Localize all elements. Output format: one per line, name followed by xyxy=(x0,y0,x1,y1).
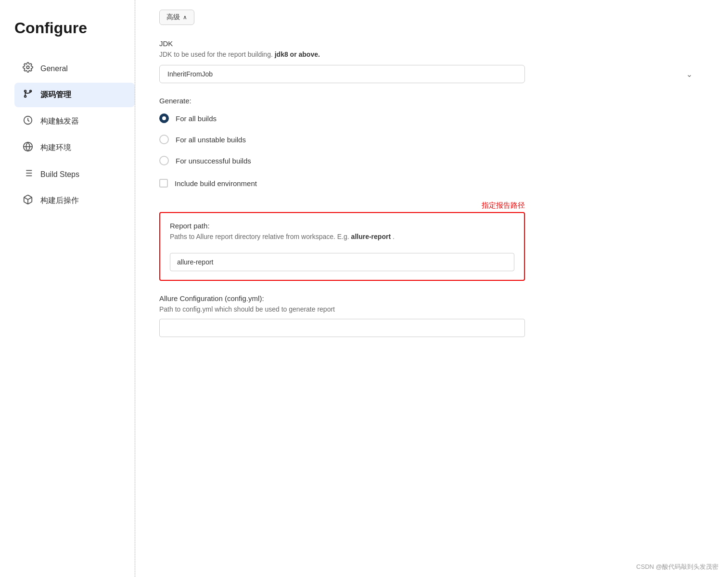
radio-unsuccessful-builds[interactable]: For unsuccessful builds xyxy=(159,156,699,165)
box-icon xyxy=(22,194,34,207)
allure-config-input[interactable] xyxy=(159,319,525,337)
annotation-label: 指定报告路径 xyxy=(159,201,525,210)
allure-config-description: Path to config.yml which should be used … xyxy=(159,305,525,313)
sidebar: Configure General 源码管理 xyxy=(0,0,135,577)
generate-label: Generate: xyxy=(159,97,699,105)
include-build-env-item[interactable]: Include build environment xyxy=(159,179,699,188)
sidebar-item-general[interactable]: General xyxy=(14,56,135,81)
branch-icon xyxy=(22,88,34,101)
advanced-button[interactable]: 高级 ∧ xyxy=(159,10,194,25)
report-path-section: Report path: Paths to Allure report dire… xyxy=(159,212,525,281)
report-path-input[interactable] xyxy=(170,253,514,271)
sidebar-label-general: General xyxy=(40,64,68,73)
jdk-select[interactable]: InheritFromJob JDK8 JDK11 JDK17 xyxy=(159,65,525,83)
radio-all-builds[interactable]: For all builds xyxy=(159,113,699,123)
report-path-description: Paths to Allure report directory relativ… xyxy=(170,233,514,240)
sidebar-label-source: 源码管理 xyxy=(40,90,71,100)
radio-label-all-builds: For all builds xyxy=(176,114,217,123)
list-icon xyxy=(22,168,34,181)
sidebar-label-env: 构建环境 xyxy=(40,143,71,153)
svg-point-2 xyxy=(25,96,26,98)
radio-circle-all-builds xyxy=(159,113,169,123)
watermark: CSDN @酸代码敲到头发茂密 xyxy=(636,563,718,571)
globe-icon xyxy=(22,141,34,154)
main-content: 高级 ∧ JDK JDK to be used for the report b… xyxy=(135,0,728,577)
generate-section: Generate: For all builds For all unstabl… xyxy=(159,97,699,165)
sidebar-label-triggers: 构建触发器 xyxy=(40,116,79,126)
sidebar-label-post-build: 构建后操作 xyxy=(40,196,79,206)
sidebar-item-build-env[interactable]: 构建环境 xyxy=(14,136,135,160)
radio-label-unsuccessful: For unsuccessful builds xyxy=(176,157,251,165)
svg-point-0 xyxy=(26,66,29,69)
chevron-up-icon: ∧ xyxy=(183,14,187,21)
include-build-env-checkbox[interactable] xyxy=(159,179,168,188)
sidebar-item-post-build[interactable]: 构建后操作 xyxy=(14,188,135,213)
jdk-description: JDK to be used for the report building. … xyxy=(159,50,699,58)
gear-icon xyxy=(22,62,34,75)
include-build-env-label: Include build environment xyxy=(175,179,257,188)
svg-point-1 xyxy=(25,90,26,92)
advanced-label: 高级 xyxy=(166,13,180,22)
sidebar-label-build-steps: Build Steps xyxy=(40,170,79,179)
select-arrow-icon: ⌄ xyxy=(686,70,692,79)
allure-config-section: Allure Configuration (config.yml): Path … xyxy=(159,294,525,337)
jdk-select-wrapper: InheritFromJob JDK8 JDK11 JDK17 ⌄ xyxy=(159,65,699,83)
radio-circle-unsuccessful xyxy=(159,156,169,165)
jdk-section: JDK JDK to be used for the report buildi… xyxy=(159,39,699,83)
radio-circle-unstable xyxy=(159,135,169,144)
radio-unstable-builds[interactable]: For all unstable builds xyxy=(159,135,699,144)
report-path-label: Report path: xyxy=(170,222,514,230)
clock-icon xyxy=(22,115,34,128)
radio-group: For all builds For all unstable builds F… xyxy=(159,113,699,165)
allure-config-label: Allure Configuration (config.yml): xyxy=(159,294,525,302)
jdk-label: JDK xyxy=(159,39,699,48)
page-title: Configure xyxy=(14,19,135,37)
sidebar-item-source-management[interactable]: 源码管理 xyxy=(14,83,135,107)
sidebar-item-build-triggers[interactable]: 构建触发器 xyxy=(14,109,135,134)
sidebar-item-build-steps[interactable]: Build Steps xyxy=(14,162,135,187)
radio-label-unstable: For all unstable builds xyxy=(176,136,246,144)
